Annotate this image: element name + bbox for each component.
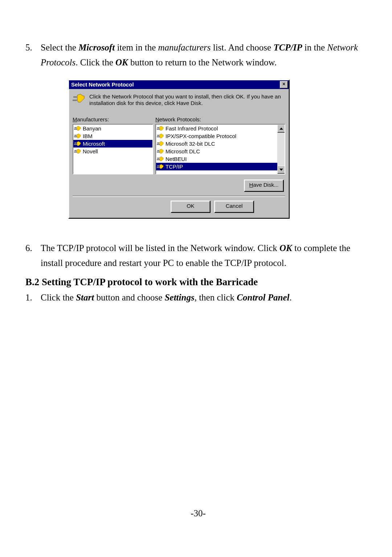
protocol-icon <box>157 156 164 162</box>
list-item[interactable]: Fast Infrared Protocol <box>156 125 277 132</box>
protocol-icon <box>74 141 81 147</box>
step-1-number: 1. <box>25 290 41 305</box>
scroll-up-button[interactable] <box>277 125 285 133</box>
list-item[interactable]: TCP/IP <box>156 163 277 170</box>
page-number: -30- <box>25 508 371 518</box>
dialog-divider <box>73 195 285 197</box>
list-item-label: Banyan <box>83 125 101 132</box>
list-item[interactable]: Microsoft DLC <box>156 148 277 155</box>
chevron-down-icon <box>279 169 283 171</box>
list-item-label: IBM <box>83 133 93 139</box>
protocols-listbox[interactable]: Fast Infrared ProtocolIPX/SPX-compatible… <box>155 124 285 174</box>
network-plug-icon <box>73 93 85 106</box>
protocol-icon <box>157 141 164 147</box>
step-5-number: 5. <box>25 40 41 70</box>
step-1: 1. Click the Start button and choose Set… <box>25 290 371 305</box>
list-item-label: NetBEUI <box>166 156 187 162</box>
list-item-label: IPX/SPX-compatible Protocol <box>166 133 236 139</box>
protocol-icon <box>157 149 164 154</box>
dialog-titlebar: Select Network Protocol × <box>69 80 289 89</box>
list-item[interactable]: Banyan <box>73 125 152 132</box>
protocol-icon <box>157 164 164 170</box>
list-item-label: Microsoft <box>83 141 105 147</box>
select-network-protocol-dialog: Select Network Protocol × Click the Netw… <box>68 80 290 219</box>
dialog-title: Select Network Protocol <box>71 81 280 88</box>
protocols-label: Network Protocols: <box>155 116 285 122</box>
svg-rect-3 <box>73 100 77 101</box>
list-item[interactable]: Novell <box>73 148 152 155</box>
dialog-intro: Click the Network Protocol that you want… <box>73 93 285 107</box>
step-6-number: 6. <box>25 241 41 271</box>
list-item-label: Microsoft DLC <box>166 148 200 154</box>
list-item-label: Microsoft 32-bit DLC <box>166 141 215 147</box>
have-disk-button[interactable]: Have Disk... <box>244 179 284 192</box>
protocols-scrollbar[interactable] <box>277 125 285 174</box>
cancel-button[interactable]: Cancel <box>214 201 254 213</box>
list-item-label: TCP/IP <box>166 164 183 170</box>
ok-button[interactable]: OK <box>171 201 211 213</box>
protocol-icon <box>74 126 81 132</box>
chevron-up-icon <box>279 128 283 130</box>
list-item[interactable]: Microsoft <box>73 140 152 148</box>
svg-rect-2 <box>73 96 77 98</box>
step-6-text: The TCP/IP protocol will be listed in th… <box>41 241 371 271</box>
list-item[interactable]: NetBEUI <box>156 155 277 163</box>
step-6: 6. The TCP/IP protocol will be listed in… <box>25 241 371 271</box>
manufacturers-label: Manufacturers: <box>73 116 153 122</box>
list-item[interactable]: IPX/SPX-compatible Protocol <box>156 132 277 140</box>
close-button[interactable]: × <box>280 81 288 88</box>
list-item[interactable]: Microsoft 32-bit DLC <box>156 140 277 148</box>
protocol-icon <box>157 133 164 139</box>
step-5-text: Select the Microsoft item in the manufac… <box>41 40 371 70</box>
dialog-screenshot: Select Network Protocol × Click the Netw… <box>68 80 371 219</box>
protocol-icon <box>157 126 164 132</box>
dialog-intro-text: Click the Network Protocol that you want… <box>89 93 285 107</box>
list-item[interactable]: IBM <box>73 132 152 140</box>
step-1-text: Click the Start button and choose Settin… <box>41 290 371 305</box>
manufacturers-listbox[interactable]: BanyanIBMMicrosoftNovell <box>73 124 153 174</box>
scroll-down-button[interactable] <box>277 166 285 174</box>
section-b2-heading: B.2 Setting TCP/IP protocol to work with… <box>25 277 371 288</box>
list-item-label: Fast Infrared Protocol <box>166 125 218 132</box>
protocol-icon <box>74 149 81 154</box>
list-item-label: Novell <box>83 148 98 154</box>
protocol-icon <box>74 133 81 139</box>
step-5: 5. Select the Microsoft item in the manu… <box>25 40 371 70</box>
